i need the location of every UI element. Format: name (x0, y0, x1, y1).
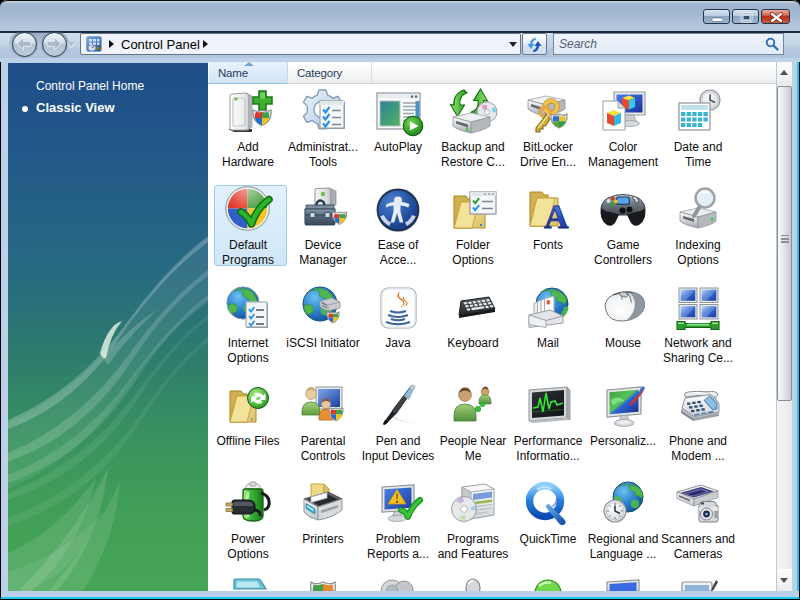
svg-text:A: A (544, 198, 569, 235)
